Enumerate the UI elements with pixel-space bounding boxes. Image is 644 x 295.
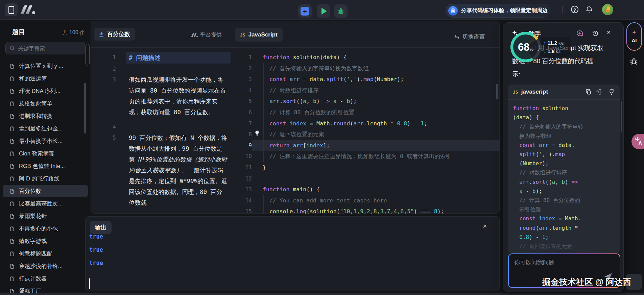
- code-line: 15 console.log(solution("10,1,9,2,8,3,7,…: [231, 206, 500, 214]
- code-line: 1function solution(data) {: [231, 52, 500, 63]
- upload-speed: 11.2: [548, 39, 557, 47]
- close-icon[interactable]: ×: [606, 28, 611, 35]
- sidebar-item[interactable]: RGB 色值转 Inte...: [3, 160, 88, 172]
- tab-problem[interactable]: 百分位数: [94, 28, 135, 41]
- sidebar-item[interactable]: 计算位置 x 到 y ...: [3, 60, 88, 72]
- battery-percent: 68 %: [513, 34, 538, 59]
- translate-button[interactable]: 中 A: [631, 134, 644, 149]
- sidebar-item[interactable]: 及格如此简单: [3, 97, 88, 110]
- description-line: 1# 问题描述: [91, 52, 231, 64]
- promo-banner[interactable]: 分享代码练习体验，领限量定制周边: [446, 4, 550, 18]
- sidebar-item[interactable]: 阿 D 的飞行路线: [3, 172, 88, 185]
- sidebar-item-label: 不再贪心的小包: [19, 225, 58, 232]
- suggestion-bulb-icon[interactable]: [608, 89, 615, 95]
- sidebar-item-label: 穿越沙漠的补给...: [19, 263, 63, 270]
- code-line: 7 const index = Math.round(arr.length * …: [231, 118, 500, 129]
- sidebar-scrollbar[interactable]: [84, 83, 86, 133]
- plus-icon: +: [301, 7, 309, 16]
- problem-description-editor[interactable]: 1# 问题描述23假如西瓜视频即将开发一个功能，将访问量 80 百分位数的视频显…: [91, 52, 231, 214]
- sidebar-item[interactable]: 拿到最多红包金...: [3, 122, 88, 135]
- debug-button[interactable]: [334, 4, 348, 18]
- run-button[interactable]: [317, 4, 330, 18]
- sidebar-item[interactable]: 环状 DNA 序列...: [3, 85, 88, 97]
- icon-divider: [605, 89, 605, 95]
- taskbar-edge: [0, 293, 644, 295]
- doc-icon: [9, 176, 15, 181]
- ai-code-card: JS javascript function solution(data) { …: [508, 84, 620, 253]
- editor-scrollbar[interactable]: [496, 84, 498, 99]
- tab-javascript[interactable]: JS JavaScript: [235, 28, 283, 42]
- sidebar-item[interactable]: 和的逆运算: [3, 72, 88, 85]
- doc-icon: [9, 201, 15, 206]
- sidebar-item[interactable]: 创意标题匹配: [3, 247, 88, 260]
- sidebar-item[interactable]: Cion 勒索病毒: [3, 147, 88, 160]
- doc-icon: [9, 189, 15, 194]
- sidebar-item[interactable]: 穿越沙漠的补给...: [3, 260, 88, 272]
- bug-icon: [337, 7, 345, 15]
- sidebar-item-label: 进制求和转换: [19, 113, 52, 120]
- sidebar-item[interactable]: 打点计数器: [3, 272, 88, 285]
- indent-guide: [263, 63, 264, 162]
- console-output[interactable]: truetruetrue: [89, 235, 224, 289]
- sidebar-item[interactable]: 猜数字游戏: [3, 235, 88, 247]
- search-box: [5, 42, 85, 54]
- app-logo[interactable]: [22, 5, 39, 15]
- close-icon[interactable]: ×: [483, 222, 487, 229]
- sidebar-item[interactable]: 不再贪心的小包: [3, 222, 88, 235]
- play-icon: [321, 8, 327, 15]
- code-line: 14 // You can add more test cases here: [231, 195, 500, 206]
- sidebar-item-label: 和的逆运算: [19, 75, 47, 82]
- sidebar-item[interactable]: 暴雨梨花针: [3, 210, 88, 222]
- doc-icon: [9, 64, 15, 69]
- code-editor[interactable]: 1function solution(data) {2 // 首先将输入的字符串…: [231, 52, 500, 214]
- ai-scrollbar[interactable]: [621, 101, 622, 132]
- debug-side-icon[interactable]: [629, 57, 639, 66]
- sidebar-item-label: 及格如此简单: [19, 100, 52, 107]
- notifications-icon[interactable]: [585, 5, 593, 14]
- code-line: 9 return arr[index];: [231, 140, 500, 151]
- speed-unit: K/s: [556, 48, 561, 56]
- code-line: 4 // 对数组进行排序: [231, 85, 500, 96]
- scroll-top-icon[interactable]: ↑: [78, 29, 82, 37]
- code-line: 13function main() {: [231, 184, 500, 195]
- new-snippet-button[interactable]: +: [298, 4, 312, 18]
- speed-unit: K/s: [558, 40, 564, 47]
- window-button[interactable]: [5, 3, 18, 16]
- doc-icon: [9, 276, 15, 281]
- ai-code-language: javascript: [521, 89, 548, 95]
- doc-icon: [9, 114, 15, 119]
- doc-icon: [9, 151, 15, 156]
- description-line: 3假如西瓜视频即将开发一个功能，将访问量 80 百分位数的视频显示在首页的推荐列…: [91, 74, 231, 118]
- sidebar-item-label: 比赛最高获胜次...: [19, 200, 63, 207]
- sidebar-item[interactable]: 进制求和转换: [3, 110, 88, 122]
- insert-code-icon[interactable]: [595, 89, 602, 95]
- copy-icon[interactable]: [585, 89, 592, 95]
- help-icon[interactable]: ?: [571, 6, 578, 13]
- new-chat-icon[interactable]: [576, 29, 584, 38]
- sidebar-item-label: 猜数字游戏: [19, 238, 47, 245]
- sidebar-item-label: 暴雨梨花针: [19, 213, 47, 220]
- download-speed: 1.8: [548, 47, 555, 55]
- percent-sign: %: [529, 47, 533, 52]
- panel-drag-handle[interactable]: [85, 44, 90, 66]
- provider-label: 平台提供: [200, 31, 222, 39]
- problem-list: 计算位置 x 到 y ... 和的逆运算 环状 DNA 序列... 及格如此简单…: [3, 60, 88, 295]
- history-icon[interactable]: [592, 30, 599, 37]
- panel-divider[interactable]: [231, 21, 231, 214]
- switch-language-button[interactable]: ⇆ 切换语言: [454, 33, 485, 41]
- search-input[interactable]: [17, 42, 83, 55]
- code-line: 10 // 注释：这里需要注意边界情况，比如数组长度为 0 或者计算出的索引: [231, 151, 500, 162]
- js-badge: JS: [240, 32, 245, 38]
- lightbulb-icon[interactable]: [254, 130, 260, 137]
- sidebar-item[interactable]: 比赛最高获胜次...: [3, 197, 88, 210]
- doc-icon: [9, 76, 15, 81]
- sidebar-item[interactable]: 最小替换子串长...: [3, 135, 88, 147]
- avatar[interactable]: [602, 4, 613, 15]
- header-divider: [91, 47, 500, 48]
- window-icon: [8, 6, 14, 14]
- doc-icon: [9, 164, 15, 169]
- ai-side-button[interactable]: AI: [626, 22, 642, 51]
- code-line: 8 // 返回该位置的元素: [231, 129, 500, 140]
- js-badge: JS: [513, 90, 518, 95]
- sidebar-item[interactable]: 百分位数: [3, 185, 88, 197]
